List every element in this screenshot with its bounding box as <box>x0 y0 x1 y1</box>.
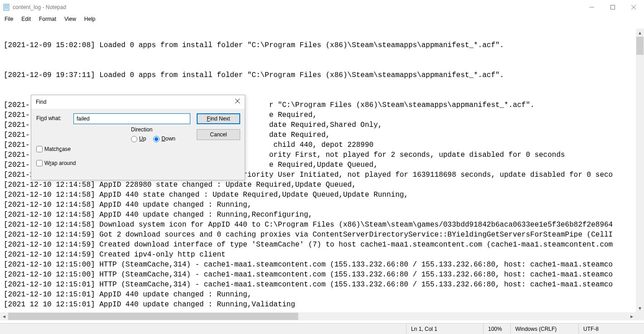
direction-down-radio[interactable]: Down <box>153 136 175 142</box>
window-controls <box>581 0 644 15</box>
find-dialog-title: Find <box>36 99 227 105</box>
notepad-icon <box>3 4 10 11</box>
direction-label: Direction <box>131 126 190 133</box>
scroll-right-icon[interactable]: ▸ <box>628 312 636 320</box>
menubar: File Edit Format View Help <box>0 15 644 24</box>
find-dialog-titlebar[interactable]: Find <box>31 95 245 109</box>
find-what-input[interactable] <box>73 113 190 124</box>
find-dialog-body: Find what: Find Next Cancel Direction Up… <box>31 109 245 180</box>
scroll-left-icon[interactable]: ◂ <box>0 312 8 320</box>
horizontal-scroll-thumb[interactable] <box>8 313 298 320</box>
wrap-around-checkbox[interactable]: Wrap around <box>36 160 76 166</box>
svg-rect-5 <box>611 5 615 10</box>
status-line-ending: Windows (CRLF) <box>510 324 578 334</box>
maximize-button[interactable] <box>602 0 623 15</box>
status-cursor-position: Ln 1, Col 1 <box>406 324 483 334</box>
scroll-corner <box>636 312 644 320</box>
menu-edit[interactable]: Edit <box>21 16 31 22</box>
find-dialog-close-button[interactable] <box>227 99 240 105</box>
direction-group: Direction Up Down <box>131 126 190 153</box>
minimize-button[interactable] <box>581 0 602 15</box>
find-dialog: Find Find what: Find Next Cancel Directi… <box>31 95 245 180</box>
titlebar: content_log - Notepad <box>0 0 644 15</box>
scroll-up-icon[interactable]: ▴ <box>636 29 644 37</box>
vertical-scrollbar[interactable]: ▴ ▾ <box>636 29 644 312</box>
menu-help[interactable]: Help <box>84 16 96 22</box>
scroll-down-icon[interactable]: ▾ <box>636 304 644 312</box>
match-case-checkbox[interactable]: Match case <box>36 146 71 152</box>
menu-view[interactable]: View <box>64 16 76 22</box>
svg-rect-0 <box>4 4 9 10</box>
vertical-scroll-thumb[interactable] <box>636 37 644 55</box>
status-zoom: 100% <box>483 324 510 334</box>
window-title: content_log - Notepad <box>13 4 66 10</box>
cancel-button[interactable]: Cancel <box>197 129 240 140</box>
status-encoding: UTF-8 <box>578 324 644 334</box>
find-next-button[interactable]: Find Next <box>197 113 240 124</box>
find-what-label: Find what: <box>36 115 61 121</box>
statusbar: Ln 1, Col 1 100% Windows (CRLF) UTF-8 <box>0 323 644 334</box>
menu-format[interactable]: Format <box>39 16 56 22</box>
menu-file[interactable]: File <box>5 16 13 22</box>
close-button[interactable] <box>623 0 644 15</box>
horizontal-scrollbar[interactable]: ◂ ▸ <box>0 312 636 320</box>
direction-up-radio[interactable]: Up <box>131 136 146 142</box>
